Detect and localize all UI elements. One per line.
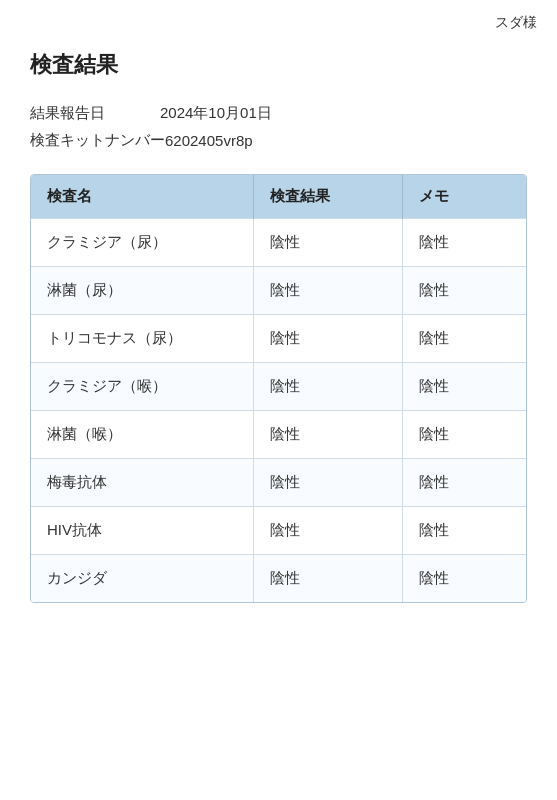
table-row: クラミジア（尿）陰性陰性 [31,219,526,267]
cell-name: トリコモナス（尿） [31,315,254,363]
kit-row: 検査キットナンバー 6202405vr8p [30,131,527,150]
table-row: 梅毒抗体陰性陰性 [31,459,526,507]
cell-memo: 陰性 [402,555,526,603]
table-row: 淋菌（喉）陰性陰性 [31,411,526,459]
cell-result: 陰性 [254,315,403,363]
main-content: 検査結果 結果報告日 2024年10月01日 検査キットナンバー 6202405… [0,0,557,643]
cell-result: 陰性 [254,555,403,603]
cell-name: クラミジア（喉） [31,363,254,411]
cell-memo: 陰性 [402,507,526,555]
cell-result: 陰性 [254,411,403,459]
kit-label: 検査キットナンバー [30,131,165,150]
cell-name: 淋菌（尿） [31,267,254,315]
cell-name: カンジダ [31,555,254,603]
cell-name: 梅毒抗体 [31,459,254,507]
cell-result: 陰性 [254,363,403,411]
table-header-row: 検査名 検査結果 メモ [31,175,526,219]
cell-result: 陰性 [254,507,403,555]
col-header-result: 検査結果 [254,175,403,219]
table-row: クラミジア（喉）陰性陰性 [31,363,526,411]
cell-name: HIV抗体 [31,507,254,555]
page-title: 検査結果 [30,50,527,80]
col-header-name: 検査名 [31,175,254,219]
cell-memo: 陰性 [402,411,526,459]
results-table-container: 検査名 検査結果 メモ クラミジア（尿）陰性陰性淋菌（尿）陰性陰性トリコモナス（… [30,174,527,603]
results-table: 検査名 検査結果 メモ クラミジア（尿）陰性陰性淋菌（尿）陰性陰性トリコモナス（… [31,175,526,602]
cell-name: クラミジア（尿） [31,219,254,267]
cell-memo: 陰性 [402,459,526,507]
date-row: 結果報告日 2024年10月01日 [30,104,527,123]
date-label: 結果報告日 [30,104,160,123]
cell-result: 陰性 [254,267,403,315]
user-label: スダ様 [495,14,537,32]
cell-result: 陰性 [254,219,403,267]
cell-result: 陰性 [254,459,403,507]
col-header-memo: メモ [402,175,526,219]
table-row: カンジダ陰性陰性 [31,555,526,603]
cell-name: 淋菌（喉） [31,411,254,459]
table-row: トリコモナス（尿）陰性陰性 [31,315,526,363]
cell-memo: 陰性 [402,363,526,411]
table-row: 淋菌（尿）陰性陰性 [31,267,526,315]
kit-value: 6202405vr8p [165,132,253,149]
table-row: HIV抗体陰性陰性 [31,507,526,555]
cell-memo: 陰性 [402,219,526,267]
date-value: 2024年10月01日 [160,104,272,123]
cell-memo: 陰性 [402,315,526,363]
cell-memo: 陰性 [402,267,526,315]
